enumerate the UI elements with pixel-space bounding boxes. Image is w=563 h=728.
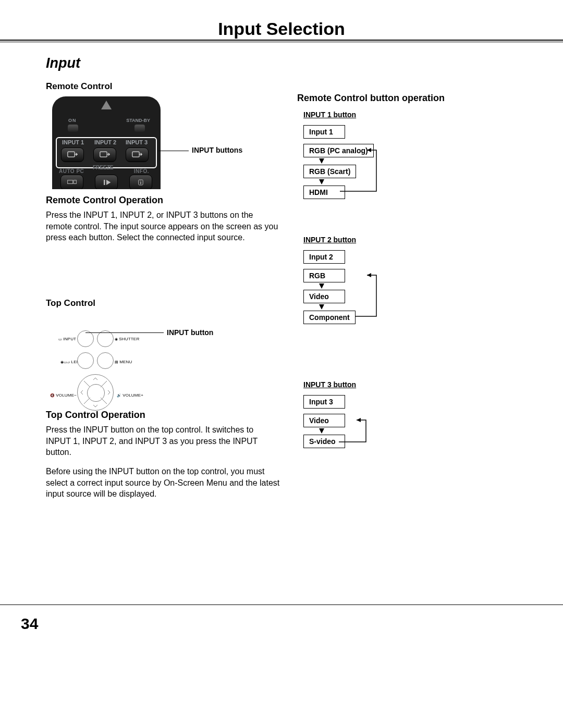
divider [0,604,563,605]
remote-freeze-button [95,175,118,189]
paragraph-remote-control-operation: Press the INPUT 1, INPUT 2, or INPUT 3 b… [46,209,280,243]
remote-standby-label: STAND-BY [126,118,150,123]
paragraph-top-control-op-2: Before using the INPUT button on the top… [46,466,286,500]
remote-input1-button [61,147,84,162]
topctrl-shutter-label: ◉SHUTTER [115,337,139,341]
callout-input-buttons: INPUT buttons [192,146,242,154]
loop-arrow-icon [303,236,470,329]
remote-on-label: ON [68,118,77,123]
svg-rect-3 [68,180,73,184]
heading-remote-control: Remote Control [46,81,113,92]
topctrl-dpad [77,374,114,411]
svg-marker-16 [357,418,361,422]
svg-rect-2 [132,152,139,157]
remote-standby-button [134,125,145,132]
remote-input2-button [93,147,116,162]
remote-input1-label: INPUT 1 [62,139,84,145]
chapter-title: Input Selection [0,19,563,39]
divider [0,40,563,41]
heading-top-control-operation: Top Control Operation [46,410,145,421]
input1-diagram: INPUT 1 button Input 1 RGB (PC analog) R… [303,110,470,209]
topctrl-lens-button [77,352,94,369]
paragraph-top-control-op-1: Press the INPUT button on the top contro… [46,424,280,458]
svg-marker-6 [106,180,111,185]
remote-info-button [129,175,152,189]
remote-on-button [68,125,78,132]
svg-line-11 [101,381,107,387]
remote-input3-label: INPUT 3 [126,139,148,145]
remote-input3-button [126,147,149,162]
callout-input-button: INPUT button [167,328,213,337]
topctrl-volminus-label: 🔇VOLUME− [50,393,77,398]
loop-arrow-icon [303,380,470,453]
leader-line [158,151,189,151]
heading-remote-control-button-operation: Remote Control button operation [297,93,445,104]
svg-line-13 [101,398,107,404]
svg-line-10 [84,381,90,387]
heading-top-control: Top Control [46,298,95,309]
topctrl-volplus-label: 🔊VOLUME+ [117,393,143,398]
remote-autopc-button [60,175,83,189]
remote-input2-label: INPUT 2 [94,139,116,145]
svg-rect-5 [104,180,105,185]
svg-rect-4 [74,180,76,184]
svg-marker-14 [367,148,371,152]
input3-diagram: INPUT 3 button Input 3 Video S-video [303,380,470,464]
remote-autopc-label: AUTO PC [59,168,84,174]
input2-diagram: INPUT 2 button Input 2 RGB Video Compone… [303,236,470,345]
input-buttons-highlight: INPUT 1 INPUT 2 INPUT 3 [56,137,157,168]
remote-freeze-label: FREEZE [93,165,113,170]
svg-rect-1 [100,152,107,157]
svg-rect-0 [68,152,75,157]
remote-control-illustration: ON STAND-BY INPUT 1 INPUT 2 INPUT 3 AUTO… [52,96,161,189]
loop-arrow-icon [303,110,470,199]
heading-remote-control-operation: Remote Control Operation [46,195,163,206]
topctrl-menu-button [97,352,114,369]
remote-info-label: INFO. [134,168,149,174]
svg-point-8 [140,181,141,182]
topctrl-input-label: ▭INPUT [58,337,76,341]
leader-line [85,332,164,333]
page-number: 34 [21,615,38,633]
svg-marker-15 [367,273,371,277]
section-title: Input [46,55,80,71]
divider [0,42,563,42]
svg-line-12 [84,398,90,404]
topctrl-menu-label: ▤MENU [115,360,132,364]
warning-icon [101,101,112,109]
svg-rect-9 [140,182,141,184]
